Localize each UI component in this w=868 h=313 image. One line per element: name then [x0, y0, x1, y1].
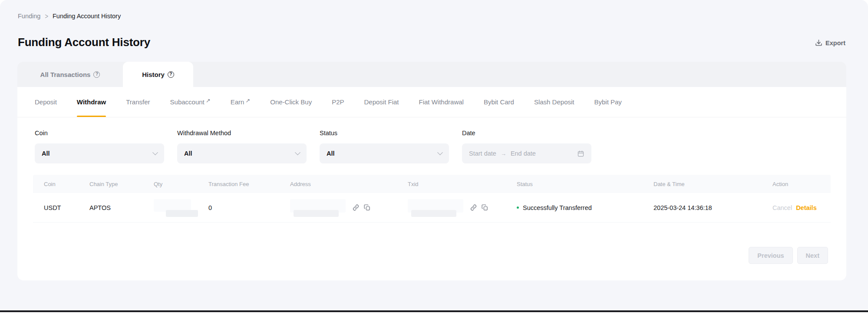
qty-redacted-value — [154, 198, 202, 217]
address-redacted-value — [290, 198, 348, 217]
cell-date-time: 2025-03-24 14:36:18 — [653, 204, 772, 211]
external-link-icon: ↗ — [206, 97, 211, 104]
history-panel: Deposit Withdraw Transfer Subaccount↗ Ea… — [17, 87, 846, 280]
coin-filter-label: Coin — [35, 130, 164, 137]
subtab-deposit-fiat[interactable]: Deposit Fiat — [364, 87, 399, 117]
col-header-txid: Txid — [408, 181, 517, 187]
status-text: Successfully Transferred — [523, 204, 592, 211]
withdraw-history-table: Coin Chain Type Qty Transaction Fee Addr… — [33, 175, 831, 223]
cell-chain-type: APTOS — [89, 204, 154, 211]
page-title: Funding Account History — [18, 36, 150, 49]
withdrawal-method-filter: Withdrawal Method All — [177, 130, 307, 163]
tab-all-transactions[interactable]: All Transactions ? — [17, 62, 123, 87]
col-header-coin: Coin — [44, 181, 89, 187]
chevron-down-icon — [152, 150, 158, 155]
table-header-row: Coin Chain Type Qty Transaction Fee Addr… — [33, 175, 831, 193]
subtab-withdraw[interactable]: Withdraw — [77, 87, 106, 117]
breadcrumb-parent-link[interactable]: Funding — [18, 13, 40, 20]
withdrawal-method-value: All — [184, 150, 192, 157]
filter-bar: Coin All Withdrawal Method All Status — [17, 117, 846, 163]
col-header-transaction-fee: Transaction Fee — [208, 181, 290, 187]
subtab-deposit[interactable]: Deposit — [35, 87, 57, 117]
coin-filter: Coin All — [35, 130, 164, 163]
window-bottom-edge — [0, 310, 868, 312]
col-header-chain-type: Chain Type — [89, 181, 154, 187]
download-icon — [815, 39, 822, 47]
main-tabs: All Transactions ? History ? — [17, 62, 846, 87]
tab-all-transactions-label: All Transactions — [40, 71, 91, 78]
breadcrumb-separator-icon: > — [45, 12, 48, 20]
external-link-icon: ↗ — [245, 97, 250, 104]
col-header-address: Address — [290, 181, 408, 187]
cell-coin: USDT — [44, 204, 89, 211]
col-header-status: Status — [517, 181, 653, 187]
cell-status: Successfully Transferred — [517, 204, 653, 211]
cell-txid — [408, 198, 517, 217]
status-success-dot-icon — [517, 206, 519, 209]
cancel-action-link[interactable]: Cancel — [772, 204, 792, 211]
cell-action: Cancel Details — [772, 204, 831, 211]
subtab-bybit-pay[interactable]: Bybit Pay — [594, 87, 621, 117]
status-filter-label: Status — [320, 130, 449, 137]
tab-history[interactable]: History ? — [123, 62, 193, 87]
help-icon[interactable]: ? — [93, 71, 100, 78]
explorer-link-icon[interactable] — [470, 204, 477, 211]
col-header-action: Action — [772, 181, 831, 187]
subtab-subaccount[interactable]: Subaccount↗ — [170, 87, 211, 117]
withdrawal-method-label: Withdrawal Method — [177, 130, 307, 137]
txid-redacted-value — [408, 198, 466, 217]
tab-history-label: History — [142, 71, 165, 78]
end-date-placeholder[interactable]: End date — [511, 150, 536, 157]
subtab-slash-deposit[interactable]: Slash Deposit — [534, 87, 574, 117]
pagination: Previous Next — [749, 247, 828, 264]
calendar-icon[interactable] — [577, 150, 584, 157]
export-button[interactable]: Export — [815, 39, 845, 47]
history-card: All Transactions ? History ? Deposit Wit… — [17, 62, 846, 280]
details-action-link[interactable]: Details — [796, 204, 817, 211]
breadcrumb: Funding > Funding Account History — [18, 13, 121, 20]
page-background: Funding > Funding Account History Fundin… — [0, 0, 868, 310]
start-date-placeholder[interactable]: Start date — [469, 150, 496, 157]
status-select-value: All — [327, 150, 335, 157]
subtab-one-click-buy[interactable]: One-Click Buy — [270, 87, 312, 117]
explorer-link-icon[interactable] — [352, 204, 360, 211]
export-label: Export — [825, 40, 845, 47]
col-header-qty: Qty — [154, 181, 208, 187]
status-filter: Status All — [320, 130, 449, 163]
subtab-p2p[interactable]: P2P — [332, 87, 344, 117]
coin-select-value: All — [42, 150, 50, 157]
cell-qty — [154, 198, 208, 217]
subtab-fiat-withdrawal[interactable]: Fiat Withdrawal — [419, 87, 464, 117]
chevron-down-icon — [295, 150, 300, 155]
date-range-input[interactable]: Start date → End date — [462, 143, 591, 163]
next-page-button[interactable]: Next — [797, 247, 828, 264]
col-header-date-time: Date & Time — [653, 181, 772, 187]
date-filter: Date Start date → End date — [462, 130, 591, 163]
subtab-earn[interactable]: Earn↗ — [231, 87, 251, 117]
copy-icon[interactable] — [363, 204, 371, 211]
date-filter-label: Date — [462, 130, 591, 137]
withdrawal-method-select[interactable]: All — [177, 143, 307, 163]
date-range-arrow-icon: → — [501, 150, 506, 157]
subtab-bar: Deposit Withdraw Transfer Subaccount↗ Ea… — [17, 87, 846, 117]
copy-icon[interactable] — [481, 204, 488, 211]
table-row: USDT APTOS 0 — [33, 193, 831, 223]
breadcrumb-current: Funding Account History — [53, 13, 121, 20]
cell-transaction-fee: 0 — [208, 204, 290, 211]
cell-address — [290, 198, 408, 217]
coin-select[interactable]: All — [35, 143, 164, 163]
subtab-bybit-card[interactable]: Bybit Card — [484, 87, 514, 117]
help-icon[interactable]: ? — [168, 71, 174, 78]
chevron-down-icon — [437, 150, 443, 155]
subtab-transfer[interactable]: Transfer — [126, 87, 150, 117]
previous-page-button[interactable]: Previous — [749, 247, 792, 264]
status-select[interactable]: All — [320, 143, 449, 163]
